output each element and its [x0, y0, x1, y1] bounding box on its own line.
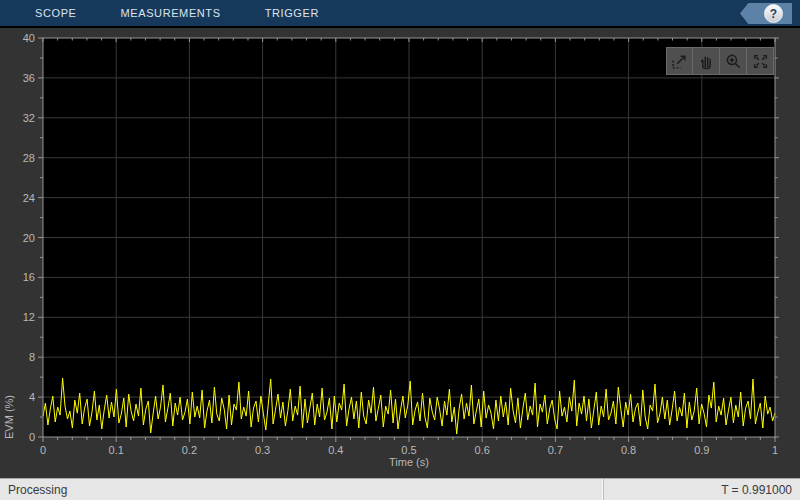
export-to-figure-button[interactable] — [666, 47, 693, 75]
svg-text:4: 4 — [29, 391, 35, 403]
svg-text:32: 32 — [23, 112, 35, 124]
svg-text:0.9: 0.9 — [694, 444, 709, 456]
export-icon — [671, 53, 688, 70]
svg-text:0: 0 — [40, 444, 46, 456]
zoom-in-button[interactable] — [720, 47, 747, 75]
tab-trigger[interactable]: TRIGGER — [243, 0, 341, 26]
svg-text:0.8: 0.8 — [621, 444, 636, 456]
tab-bar: SCOPE MEASUREMENTS TRIGGER ? — [0, 0, 800, 28]
svg-text:40: 40 — [23, 32, 35, 44]
svg-text:28: 28 — [23, 152, 35, 164]
svg-text:0.1: 0.1 — [109, 444, 124, 456]
svg-text:0: 0 — [29, 431, 35, 443]
pan-button[interactable] — [693, 47, 720, 75]
question-mark-icon: ? — [770, 7, 777, 21]
help-button[interactable]: ? — [764, 4, 783, 23]
svg-text:24: 24 — [23, 192, 35, 204]
fit-to-view-button[interactable] — [747, 47, 774, 75]
svg-text:0.7: 0.7 — [548, 444, 563, 456]
x-axis-label: Time (s) — [43, 456, 775, 468]
plot-toolbar — [666, 47, 774, 75]
fit-to-view-icon — [752, 53, 769, 70]
help-area: ? — [740, 3, 792, 24]
scope-chart: 00.10.20.30.40.50.60.70.80.9104812162024… — [0, 30, 800, 478]
pan-hand-icon — [698, 53, 715, 70]
scope-window: SCOPE MEASUREMENTS TRIGGER ? 00.10.20.30… — [0, 0, 800, 500]
svg-text:0.5: 0.5 — [401, 444, 416, 456]
tab-scope[interactable]: SCOPE — [0, 0, 99, 26]
svg-text:8: 8 — [29, 351, 35, 363]
status-message: Processing — [0, 483, 603, 497]
svg-text:12: 12 — [23, 311, 35, 323]
y-axis-label: EVM (%) — [3, 38, 15, 439]
svg-text:16: 16 — [23, 271, 35, 283]
svg-text:0.4: 0.4 — [328, 444, 343, 456]
simulation-time: T = 0.991000 — [604, 483, 800, 497]
zoom-in-icon — [725, 53, 742, 70]
svg-text:0.2: 0.2 — [182, 444, 197, 456]
svg-text:36: 36 — [23, 72, 35, 84]
plot-region: 00.10.20.30.40.50.60.70.80.9104812162024… — [0, 30, 800, 478]
svg-text:1: 1 — [772, 444, 778, 456]
tab-measurements[interactable]: MEASUREMENTS — [99, 0, 243, 26]
svg-text:20: 20 — [23, 232, 35, 244]
svg-text:0.3: 0.3 — [255, 444, 270, 456]
svg-text:0.6: 0.6 — [475, 444, 490, 456]
status-bar: Processing T = 0.991000 — [0, 478, 800, 500]
